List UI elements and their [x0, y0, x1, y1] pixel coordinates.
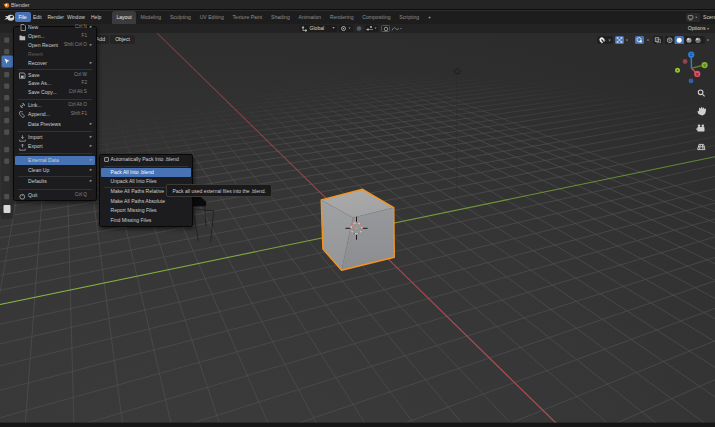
- svg-text:X: X: [696, 72, 699, 77]
- svg-text:Y: Y: [703, 63, 706, 68]
